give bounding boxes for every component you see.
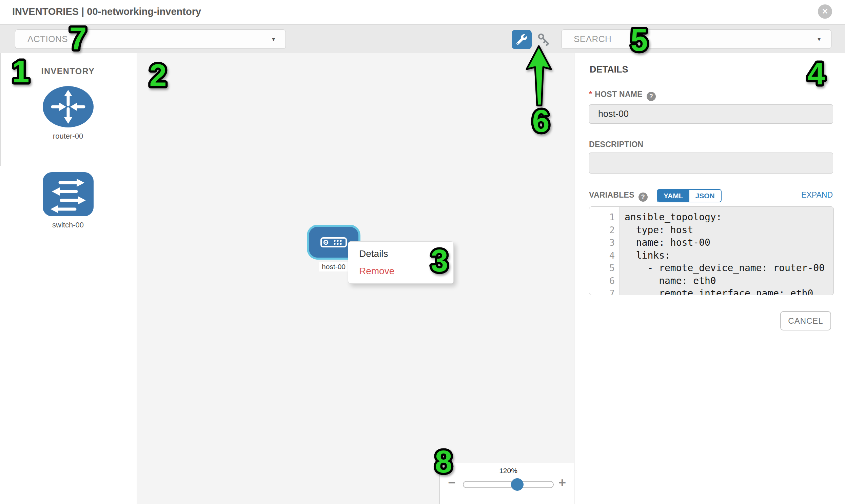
details-heading: DETAILS (590, 65, 628, 75)
inventory-sidebar: INVENTORY router-00 (0, 53, 136, 504)
context-menu-item-remove[interactable]: Remove (348, 266, 453, 276)
caret-down-icon: ▼ (271, 36, 276, 42)
host-icon (320, 237, 347, 248)
expand-link[interactable]: EXPAND (801, 191, 833, 200)
actions-dropdown[interactable]: ACTIONS ▼ (15, 30, 286, 49)
zoom-out-button[interactable]: − (448, 476, 455, 489)
editor-line-numbers: 1 2 3 4 5 6 7 (589, 207, 620, 295)
host-node-label: host-00 (319, 262, 349, 271)
tools-button[interactable] (512, 30, 532, 49)
close-icon: ✕ (822, 7, 828, 16)
json-tab[interactable]: JSON (689, 190, 721, 202)
editor-code[interactable]: ansible_topology: type: host name: host-… (620, 207, 833, 295)
host-name-label: *HOST NAME? (589, 90, 656, 101)
palette-item-switch[interactable]: switch-00 (0, 172, 136, 230)
description-label: DESCRIPTION (589, 140, 643, 149)
yaml-tab[interactable]: YAML (657, 190, 689, 202)
device-label: router-00 (0, 132, 136, 141)
details-panel: DETAILS *HOST NAME? DESCRIPTION VARIABLE… (574, 53, 845, 504)
variables-editor[interactable]: 1 2 3 4 5 6 7 ansible_topology: type: ho… (589, 206, 834, 295)
toolbar: ACTIONS ▼ SEARCH ▼ (0, 24, 845, 53)
inventory-heading: INVENTORY (0, 67, 136, 76)
code-line: type: host (624, 224, 833, 237)
router-icon (42, 86, 94, 128)
credentials-button[interactable] (536, 32, 552, 48)
variables-format-toggle: YAML JSON (657, 189, 722, 202)
titlebar: INVENTORIES | 00-networking-inventory ✕ (0, 0, 845, 24)
topology-canvas[interactable]: host-00 Details Remove 120% − + (137, 53, 574, 504)
switch-icon (42, 172, 94, 217)
required-marker: * (589, 90, 592, 98)
zoom-slider-thumb[interactable] (511, 478, 524, 491)
help-icon[interactable]: ? (638, 193, 648, 202)
zoom-in-button[interactable]: + (559, 476, 566, 489)
zoom-level-value: 120% (463, 467, 554, 475)
close-button[interactable]: ✕ (818, 4, 832, 19)
code-line: ansible_topology: (624, 211, 833, 224)
plus-icon: + (559, 475, 566, 490)
search-dropdown[interactable]: SEARCH ▼ (561, 30, 831, 49)
inventory-topology-app: INVENTORIES | 00-networking-inventory ✕ … (0, 0, 845, 504)
wrench-icon (516, 34, 527, 45)
code-line: name: host-00 (624, 236, 833, 249)
description-input[interactable] (589, 152, 833, 174)
device-label: switch-00 (0, 221, 136, 230)
palette-item-router[interactable]: router-00 (0, 86, 136, 141)
minus-icon: − (448, 475, 455, 490)
host-name-input[interactable] (589, 104, 833, 124)
page-title: INVENTORIES | 00-networking-inventory (12, 6, 201, 17)
variables-label: VARIABLES? (589, 191, 648, 202)
code-line: - remote_device_name: router-00 (624, 262, 833, 274)
zoom-control-panel: 120% − + (439, 463, 574, 504)
zoom-slider-track[interactable] (463, 481, 554, 488)
code-line: name: eth0 (624, 274, 833, 287)
caret-down-icon: ▼ (816, 36, 822, 42)
code-line: remote_interface_name: eth0 (624, 287, 833, 295)
search-dropdown-label: SEARCH (574, 34, 611, 44)
cancel-button[interactable]: CANCEL (780, 311, 831, 330)
key-icon (537, 33, 551, 47)
context-menu-item-details[interactable]: Details (348, 249, 453, 259)
context-menu: Details Remove (348, 241, 454, 284)
help-icon[interactable]: ? (647, 92, 656, 101)
actions-dropdown-label: ACTIONS (28, 34, 68, 44)
code-line: links: (624, 249, 833, 262)
